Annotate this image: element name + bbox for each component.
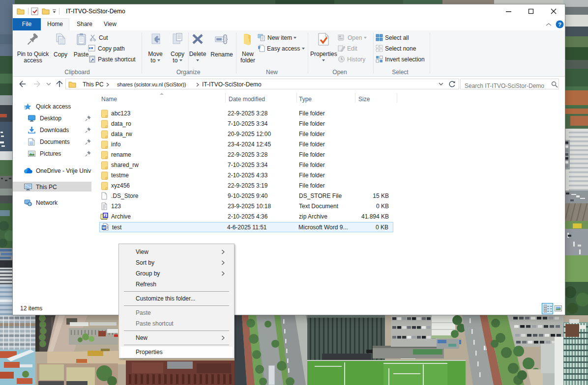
svg-text:?: ? xyxy=(558,22,561,28)
svg-text:W..: W.. xyxy=(89,47,93,50)
svg-text:W: W xyxy=(102,225,106,230)
svg-text:Z: Z xyxy=(104,214,107,218)
